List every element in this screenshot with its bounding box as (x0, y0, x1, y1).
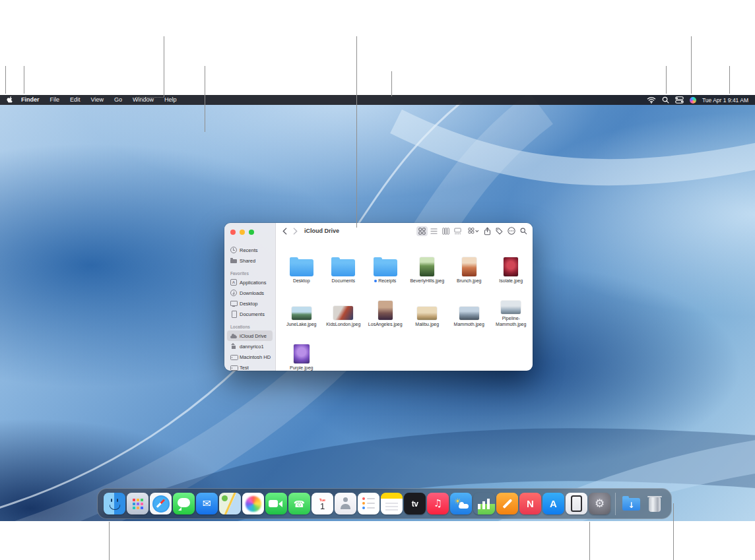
mac-screen: Finder File Edit View Go Window Help (0, 95, 755, 521)
dock-app-icon[interactable] (265, 493, 287, 514)
siri-icon[interactable] (690, 97, 696, 104)
dock-app-icon[interactable]: tv (404, 493, 426, 514)
calendar-day: 1 (320, 502, 325, 511)
zoom-button[interactable] (249, 230, 254, 235)
file-item[interactable]: Pipeline-Mammoth.jpeg (490, 285, 533, 327)
file-thumbnail (292, 307, 312, 320)
group-button[interactable] (468, 228, 479, 235)
file-name: Receipts (374, 278, 396, 284)
sidebar-item[interactable]: Applications (227, 277, 273, 288)
menu-bar-item[interactable]: Go (109, 95, 127, 105)
sidebar-item[interactable]: Favorites (227, 269, 273, 277)
sidebar-item[interactable]: dannyrico1 (227, 341, 273, 352)
file-name-text: Receipts (378, 278, 396, 284)
file-item[interactable]: Receipts (364, 241, 407, 284)
sidebar-item-icon (230, 364, 237, 371)
gallery-view-button[interactable] (452, 226, 463, 236)
dock-app-icon[interactable]: Tue 1 (312, 493, 333, 514)
menu-bar-item[interactable]: Finder (16, 95, 45, 105)
dock-app-icon[interactable]: ♫ (427, 493, 449, 514)
list-view-button[interactable] (428, 226, 440, 236)
sidebar-item[interactable]: Documents (227, 309, 273, 319)
dock-app-icon[interactable]: ☀ (450, 493, 472, 514)
sidebar-item-icon (230, 354, 237, 360)
dock-divider (615, 493, 616, 515)
dock-app-icon[interactable]: ✉ (196, 493, 218, 514)
dock-app-icon[interactable] (566, 493, 587, 514)
sidebar-item[interactable]: Desktop (227, 298, 273, 309)
menu-bar-item[interactable]: View (86, 95, 109, 105)
file-thumbnail (504, 257, 518, 276)
file-item[interactable]: BeverlyHills.jpeg (407, 241, 449, 284)
file-item[interactable]: KidsLondon.jpeg (323, 285, 365, 327)
dock-app-icon[interactable] (358, 493, 379, 514)
dock-app-icon[interactable] (127, 493, 148, 514)
file-name: BeverlyHills.jpeg (410, 278, 444, 284)
file-item[interactable]: Documents (323, 241, 365, 284)
file-item[interactable]: LosAngeles.jpeg (364, 285, 407, 327)
file-name-text: Mammoth.jpeg (454, 322, 484, 327)
sidebar-item[interactable]: Recents (227, 245, 273, 255)
callout-line-trash (673, 503, 674, 560)
dock-app-icon[interactable] (242, 493, 264, 514)
app-icon (566, 493, 587, 514)
search-button[interactable] (520, 228, 527, 235)
icon-view-button[interactable] (416, 226, 428, 236)
close-button[interactable] (230, 230, 236, 235)
finder-toolbar: iCloud Drive (276, 223, 533, 239)
back-button[interactable] (281, 228, 288, 235)
file-item[interactable]: Malibu.jpeg (407, 285, 449, 327)
forward-button[interactable] (292, 228, 299, 235)
dock-app-icon[interactable]: ↓ (620, 493, 642, 514)
dock-app-icon[interactable]: A (542, 493, 564, 514)
dock-app-icon[interactable] (150, 493, 172, 514)
file-item[interactable]: Isolate.jpeg (490, 241, 533, 284)
share-button[interactable] (484, 227, 491, 235)
control-center-icon[interactable] (675, 96, 684, 104)
file-item[interactable]: JuneLake.jpeg (280, 285, 323, 327)
app-icon: ☎ (288, 493, 310, 514)
dock-app-icon[interactable]: ☎ (288, 493, 310, 514)
file-item[interactable]: Purple.jpeg (280, 328, 323, 371)
dock-app-icon[interactable] (335, 493, 356, 514)
tags-button[interactable] (496, 228, 503, 235)
sidebar-item-icon (230, 279, 237, 286)
finder-content: iCloud Drive (276, 223, 533, 371)
file-name-text: Isolate.jpeg (499, 278, 523, 284)
dock-app-icon[interactable] (104, 493, 125, 514)
file-item[interactable]: Brunch.jpeg (448, 241, 490, 284)
wifi-icon[interactable] (647, 96, 656, 104)
apple-menu[interactable] (7, 96, 13, 104)
spotlight-icon[interactable] (662, 96, 669, 104)
file-thumbnail (331, 259, 355, 276)
minimize-button[interactable] (240, 230, 245, 235)
app-icon: ♫ (427, 493, 449, 514)
sidebar-item[interactable]: Test (227, 362, 273, 371)
sidebar-item[interactable]: Macintosh HD (227, 352, 273, 362)
menu-bar-clock[interactable]: Tue Apr 1 9:41 AM (702, 97, 748, 104)
dock-app-icon[interactable] (496, 493, 518, 514)
dock-app-icon[interactable]: ⚙ (589, 493, 610, 514)
file-item[interactable]: Desktop (280, 241, 323, 284)
dock-app-icon[interactable] (473, 493, 495, 514)
app-icon (173, 493, 195, 514)
file-item[interactable]: Mammoth.jpeg (448, 285, 490, 327)
more-options-button[interactable] (508, 227, 515, 235)
app-icon-glyph: ↓ (628, 501, 634, 509)
dock-app-icon[interactable] (219, 493, 241, 514)
file-name-text: LosAngeles.jpeg (368, 322, 403, 327)
menu-bar-item[interactable]: Edit (65, 95, 86, 105)
menu-bar-item[interactable]: File (45, 95, 65, 105)
sidebar-item[interactable]: iCloud Drive (227, 330, 273, 341)
dock-app-icon[interactable] (381, 493, 403, 514)
sidebar-item[interactable]: Downloads (227, 288, 273, 298)
dock-app-icon[interactable]: N (519, 493, 541, 514)
sidebar-item[interactable]: Locations (227, 323, 273, 330)
sidebar-item[interactable]: Shared (227, 255, 273, 266)
callout-line-dock-finder (109, 522, 110, 560)
dock-app-icon[interactable] (173, 493, 195, 514)
column-view-button[interactable] (440, 226, 451, 236)
sidebar-item-label: Documents (240, 311, 265, 317)
file-name: Purple.jpeg (290, 365, 313, 371)
dock-app-icon[interactable] (643, 493, 665, 514)
